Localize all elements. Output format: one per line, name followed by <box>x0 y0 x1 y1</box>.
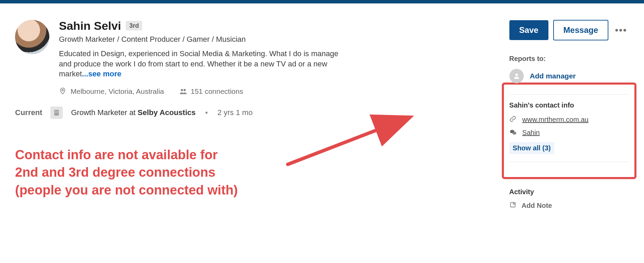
svg-point-8 <box>515 74 518 76</box>
see-more-link[interactable]: ...see more <box>82 70 121 78</box>
annotation-callout: Contact info are not available for 2nd a… <box>15 146 296 199</box>
location-row: Melbourne, Victoria, Australia <box>59 87 164 96</box>
divider <box>509 94 629 95</box>
contact-website-row[interactable]: www.mrtherm.com.au <box>509 115 629 124</box>
svg-point-10 <box>512 132 516 135</box>
overflow-menu-icon[interactable]: ••• <box>613 25 629 36</box>
add-note-label: Add Note <box>522 202 552 210</box>
location-pin-icon <box>59 87 67 96</box>
profile-main: Sahin Selvi 3rd Growth Marketer / Conten… <box>15 20 412 210</box>
svg-rect-6 <box>55 112 57 113</box>
add-note-button[interactable]: Add Note <box>509 201 629 210</box>
role-prefix: Growth Marketer at <box>71 108 137 117</box>
connections-row[interactable]: 151 connections <box>179 87 243 96</box>
contact-wechat-link[interactable]: Sahin <box>522 129 540 137</box>
current-label: Current <box>15 108 42 117</box>
connections-text: 151 connections <box>191 87 243 96</box>
add-manager-link[interactable]: Add manager <box>530 72 576 80</box>
contact-website-link[interactable]: www.mrtherm.com.au <box>522 116 589 124</box>
profile-headline: Growth Marketer / Content Producer / Gam… <box>59 35 412 44</box>
show-all-contacts-link[interactable]: Show all (3) <box>509 142 554 154</box>
note-icon <box>509 201 518 210</box>
company-icon <box>50 107 63 119</box>
contact-info-title: Sahin's contact info <box>509 101 629 109</box>
message-button[interactable]: Message <box>553 20 608 40</box>
annotation-highlight-box: Sahin's contact info www.mrtherm.com.au … <box>502 83 636 179</box>
profile-name: Sahin Selvi <box>59 20 121 32</box>
sidebar: Save Message ••• Reports to: Add manager… <box>509 20 629 210</box>
avatar[interactable] <box>15 20 49 54</box>
company-name: Selby Acoustics <box>138 108 196 117</box>
svg-rect-3 <box>54 110 59 116</box>
manager-avatar-placeholder <box>509 69 524 83</box>
save-button[interactable]: Save <box>509 20 548 40</box>
reports-to-label: Reports to: <box>509 55 629 63</box>
svg-rect-7 <box>57 112 58 113</box>
divider <box>509 162 629 162</box>
people-icon <box>179 87 187 96</box>
annotation-line1: Contact info are not available for <box>15 146 296 164</box>
activity-title: Activity <box>509 188 629 196</box>
svg-point-2 <box>184 89 186 91</box>
degree-badge: 3rd <box>126 21 142 30</box>
svg-rect-11 <box>510 202 515 207</box>
svg-point-1 <box>181 89 183 91</box>
current-role: Growth Marketer at Selby Acoustics <box>71 108 196 117</box>
svg-rect-5 <box>57 111 58 112</box>
annotation-line3: (people you are not connected with) <box>15 181 296 199</box>
separator-dot: • <box>205 108 208 117</box>
svg-point-0 <box>62 89 64 91</box>
annotation-line2: 2nd and 3rd degree connections <box>15 164 296 181</box>
wechat-icon <box>509 128 518 137</box>
link-icon <box>509 115 518 124</box>
profile-bio: Educated in Design, experienced in Socia… <box>59 49 343 79</box>
contact-wechat-row[interactable]: Sahin <box>509 128 629 137</box>
tenure: 2 yrs 1 mo <box>218 108 253 117</box>
svg-rect-4 <box>55 111 57 112</box>
top-nav-bar <box>0 0 644 3</box>
location-text: Melbourne, Victoria, Australia <box>71 87 164 96</box>
